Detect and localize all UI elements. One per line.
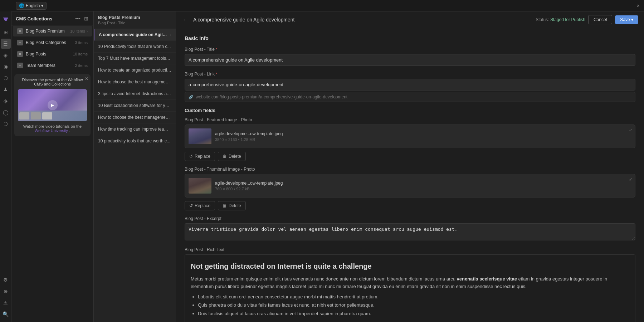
rich-text-area[interactable]: Not getting distracted on Internet is qu… <box>185 254 635 322</box>
language-selector[interactable]: 🌐 English ▾ <box>16 2 47 10</box>
cancel-button[interactable]: Cancel <box>588 15 612 24</box>
collection-item-blog-posts[interactable]: ≡ Blog Posts 10 items <box>13 49 92 59</box>
thumbnail-image-replace-button[interactable]: ↺ Replace <box>185 201 215 210</box>
editor-area: ← A comprehensive guide on Agile develop… <box>176 11 644 322</box>
editor-header-left: ← A comprehensive guide on Agile develop… <box>182 16 294 23</box>
post-item-9[interactable]: 10 productivity tools that are worth c..… <box>94 135 176 147</box>
replace-icon: ↺ <box>189 203 193 208</box>
required-indicator: * <box>216 47 217 52</box>
trash-icon: 🗑 <box>223 203 227 208</box>
post-item-title: 3 tips to avoid Internet distractions at… <box>98 91 171 96</box>
title-field-label: Blog Post - Title * <box>185 47 635 52</box>
promo-video[interactable]: ▶ <box>18 89 87 121</box>
more-options-button[interactable]: ••• <box>74 15 81 22</box>
status-value: Staged for Publish <box>550 17 585 22</box>
collection-name: Blog Posts Premium <box>26 29 69 34</box>
post-item-7[interactable]: How to choose the best management... <box>94 112 176 123</box>
excerpt-input[interactable]: Viverra tristique gravida dolor vel aene… <box>185 223 635 240</box>
collection-count: 3 items <box>75 40 88 45</box>
apps-icon[interactable]: ⬡ <box>1 119 11 129</box>
post-item-title: How time tracking can improve team ... <box>98 127 171 132</box>
play-button[interactable]: ▶ <box>48 100 58 110</box>
expand-icon[interactable]: ⤢ <box>629 128 632 132</box>
user-icon[interactable]: ◯ <box>1 107 11 117</box>
expand-icon[interactable]: ⤢ <box>629 177 632 182</box>
title-field-group: Blog Post - Title * <box>185 47 635 66</box>
excerpt-label: Blog Post - Excerpt <box>185 216 635 221</box>
post-item-5[interactable]: 3 tips to avoid Internet distractions at… <box>94 88 176 100</box>
featured-image-delete-button[interactable]: 🗑 Delete <box>218 152 246 161</box>
collection-icon: ≡ <box>17 51 23 57</box>
promo-card: ✕ Discover the power of the Webflow CMS … <box>14 74 91 136</box>
link-url-text: website.com/blog-posts-premium/a-compreh… <box>196 94 347 99</box>
language-label: English <box>26 3 40 8</box>
posts-header: Blog Posts Premium Blog Post · Title <box>94 11 176 29</box>
post-item-0[interactable]: A comprehensive guide on Agile deve... › <box>94 29 176 41</box>
collection-name: Blog Posts <box>26 52 71 57</box>
pages-icon[interactable]: ⊞ <box>1 27 11 37</box>
status-label: Status: Staged for Publish <box>536 17 585 22</box>
close-window-button[interactable]: × <box>637 3 640 9</box>
post-item-title: A comprehensive guide on Agile deve... <box>99 32 169 37</box>
post-item-3[interactable]: How to create an organized productiv... <box>94 64 176 76</box>
rich-text-heading1: Not getting distracted on Internet is qu… <box>191 260 629 272</box>
collection-item-blog-post-categories[interactable]: ≡ Blog Post Categories 3 items <box>13 37 92 48</box>
posts-panel-subtitle: Blog Post · Title <box>98 21 171 25</box>
featured-image-field-group: Blog Post - Featured Image - Photo agile… <box>185 117 635 161</box>
list-item: Quis pharetra odio duis vitae felis fame… <box>198 302 629 309</box>
post-item-4[interactable]: How to choose the best management... <box>94 76 176 88</box>
featured-image-meta: 3840 × 2160 • 1.28 MB <box>215 137 631 142</box>
featured-image-replace-button[interactable]: ↺ Replace <box>185 152 215 161</box>
editor-header: ← A comprehensive guide on Agile develop… <box>176 11 644 28</box>
post-item-title: 10 Productivity tools that are worth c..… <box>98 44 171 49</box>
webflow-university-link[interactable]: Webflow University <box>35 128 68 133</box>
editor-content: Basic info Blog Post - Title * Blog Post… <box>176 28 644 322</box>
link-field-group: Blog Post - Link * 🔗 website.com/blog-po… <box>185 72 635 102</box>
collection-item-team-members[interactable]: ≡ Team Members 2 items <box>13 60 92 71</box>
editor-title: A comprehensive guide on Agile developme… <box>193 17 294 23</box>
collections-header: CMS Collections ••• ⊞ <box>11 11 93 25</box>
back-button[interactable]: ← <box>182 16 190 23</box>
components-icon[interactable]: ⬡ <box>1 73 11 83</box>
post-list: A comprehensive guide on Agile deve... ›… <box>94 29 176 322</box>
assets-icon[interactable]: ◈ <box>1 50 11 60</box>
post-item-6[interactable]: 10 Best collaboration software for you..… <box>94 100 176 112</box>
collection-item-blog-posts-premium[interactable]: ≡ Blog Posts Premium 10 items › <box>13 26 92 36</box>
cms-icon[interactable]: ☰ <box>1 39 11 49</box>
featured-image-actions: ↺ Replace 🗑 Delete <box>185 152 635 161</box>
w-logo[interactable] <box>1 14 11 24</box>
settings-icon[interactable]: ⚙ <box>1 275 11 285</box>
thumbnail-image-delete-button[interactable]: 🗑 Delete <box>218 201 246 210</box>
list-item: Lobortis elit sit cum orci aenean consec… <box>198 293 629 301</box>
post-item-1[interactable]: 10 Productivity tools that are worth c..… <box>94 41 176 53</box>
thumbnail-image-card: agile-developme...ow-template.jpeg 760 ×… <box>185 174 635 197</box>
alerts-icon[interactable]: ⚠ <box>1 298 11 308</box>
extension-icon[interactable]: ⊕ <box>1 286 11 296</box>
ecommerce-icon[interactable]: ◉ <box>1 62 11 72</box>
collection-name: Blog Post Categories <box>26 40 74 45</box>
icon-sidebar: ⊞ ☰ ◈ ◉ ⬡ ♟ ⬗ ◯ ⬡ ⚙ ⊕ ⚠ 🔍 <box>0 11 11 322</box>
post-item-2[interactable]: Top 7 Must have management tools f... <box>94 53 176 64</box>
collection-icon: ≡ <box>17 63 23 68</box>
post-item-8[interactable]: How time tracking can improve team ... <box>94 123 176 135</box>
title-input[interactable] <box>185 54 635 66</box>
save-button[interactable]: Save ▾ <box>615 15 638 24</box>
users-icon[interactable]: ♟ <box>1 84 11 94</box>
thumbnail-image-filename: agile-developme...ow-template.jpeg <box>215 181 631 186</box>
promo-subtitle: Watch more video tutorials on the Webflo… <box>18 124 87 133</box>
link-input[interactable] <box>185 79 635 91</box>
featured-image-filename: agile-developme...ow-template.jpeg <box>215 131 631 136</box>
chevron-down-icon: ▾ <box>41 3 43 8</box>
basic-info-title: Basic info <box>185 35 635 41</box>
post-item-title: 10 Best collaboration software for you..… <box>98 103 171 108</box>
connections-icon[interactable]: ⬗ <box>1 96 11 106</box>
collection-icon: ≡ <box>17 28 23 34</box>
search-icon[interactable]: 🔍 <box>1 309 11 319</box>
posts-panel-title: Blog Posts Premium <box>98 15 171 20</box>
thumbnail-image-info: agile-developme...ow-template.jpeg 760 ×… <box>215 181 631 191</box>
add-collection-button[interactable]: ⊞ <box>83 15 89 22</box>
promo-close-button[interactable]: ✕ <box>85 76 88 81</box>
thumbnail-image-meta: 760 × 800 • 92.7 kB <box>215 187 631 191</box>
rich-text-list: Lobortis elit sit cum orci aenean consec… <box>198 293 629 318</box>
link-icon: 🔗 <box>189 95 194 99</box>
